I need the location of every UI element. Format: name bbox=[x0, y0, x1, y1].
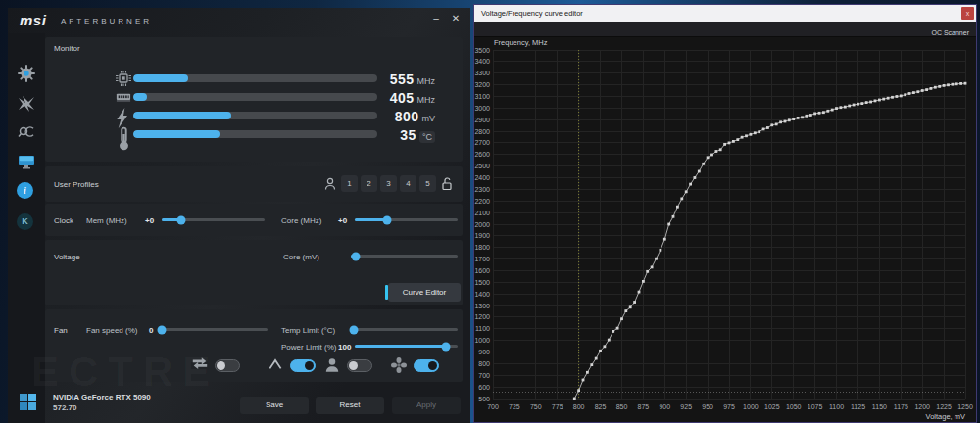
info-icon: i bbox=[17, 182, 33, 199]
temp-limit-slider[interactable] bbox=[351, 328, 458, 331]
desktop-background: msi AFTERBURNER – ✕ bbox=[0, 0, 980, 423]
svg-text:775: 775 bbox=[552, 403, 564, 410]
msi-logo: msi bbox=[20, 12, 46, 28]
fan-speed-slider-knob[interactable] bbox=[158, 325, 167, 334]
svg-text:Frequency, MHz: Frequency, MHz bbox=[494, 38, 548, 47]
svg-text:1150: 1150 bbox=[872, 403, 887, 410]
svg-text:1600: 1600 bbox=[474, 267, 490, 274]
user-toggle[interactable] bbox=[347, 359, 372, 372]
gpu-info: NVIDIA GeForce RTX 5090 572.70 bbox=[53, 393, 151, 412]
voltage-panel: Voltage Core (mV) Curve Editor bbox=[45, 240, 463, 306]
svg-text:1100: 1100 bbox=[475, 325, 490, 332]
fan-auto-toggle[interactable] bbox=[414, 359, 439, 372]
svg-text:1200: 1200 bbox=[914, 403, 930, 410]
curve-editor-button[interactable]: Curve Editor bbox=[388, 283, 461, 302]
profile-slot-3[interactable]: 3 bbox=[380, 175, 397, 192]
svg-text:1000: 1000 bbox=[474, 337, 490, 344]
memory-clock-unit: MHz bbox=[417, 95, 436, 105]
startup-caret-icon bbox=[267, 356, 284, 374]
voltage-title: Voltage bbox=[54, 253, 80, 261]
core-voltage-row: 800mV bbox=[45, 108, 463, 123]
svg-text:1100: 1100 bbox=[829, 403, 844, 410]
svg-text:3000: 3000 bbox=[474, 105, 490, 112]
fan-panel: Fan Fan speed (%) 0 Temp Limit (°C) Powe… bbox=[45, 309, 463, 382]
user-profiles-panel: User Profiles 1 2 3 4 5 bbox=[45, 166, 463, 202]
core-voltage-label: Core (mV) bbox=[283, 253, 319, 261]
svg-text:850: 850 bbox=[616, 403, 628, 410]
afterburner-titlebar: msi AFTERBURNER – ✕ bbox=[8, 8, 470, 33]
minimize-button[interactable]: – bbox=[427, 11, 445, 26]
svg-text:1125: 1125 bbox=[851, 403, 865, 410]
curve-editor-close-button[interactable]: x bbox=[961, 7, 974, 20]
mem-clock-slider[interactable] bbox=[162, 218, 265, 221]
svg-text:1800: 1800 bbox=[474, 244, 490, 251]
mem-clock-label: Mem (MHz) bbox=[86, 216, 127, 225]
svg-text:600: 600 bbox=[478, 384, 490, 391]
svg-text:1000: 1000 bbox=[743, 403, 759, 410]
svg-text:900: 900 bbox=[478, 349, 490, 355]
vf-curve-plot[interactable]: 7007257507758008258508759009259509751000… bbox=[474, 37, 976, 422]
monitor-icon bbox=[17, 152, 36, 171]
user-profiles-title: User Profiles bbox=[54, 180, 99, 189]
monitor-title: Monitor bbox=[54, 44, 80, 53]
profile-slot-2[interactable]: 2 bbox=[361, 175, 377, 192]
clock-panel: Clock Mem (MHz) +0 Core (MHz) +0 bbox=[45, 204, 463, 236]
mem-clock-slider-knob[interactable] bbox=[176, 215, 185, 224]
power-limit-slider[interactable] bbox=[355, 345, 458, 348]
svg-text:1900: 1900 bbox=[474, 232, 490, 239]
power-limit-label: Power Limit (%) bbox=[281, 343, 336, 352]
core-voltage-value: 800 bbox=[395, 109, 419, 124]
sync-toggle[interactable] bbox=[215, 359, 240, 372]
profile-slot-5[interactable]: 5 bbox=[419, 175, 436, 192]
fan-speed-slider[interactable] bbox=[159, 328, 268, 331]
core-clock-label: Core (MHz) bbox=[281, 216, 321, 225]
core-clock-offset-value: +0 bbox=[338, 216, 347, 225]
gpu-chip-icon bbox=[116, 70, 131, 86]
profile-slot-4[interactable]: 4 bbox=[400, 175, 416, 192]
temp-limit-slider-knob[interactable] bbox=[350, 325, 359, 334]
svg-text:925: 925 bbox=[680, 403, 692, 410]
save-button[interactable]: Save bbox=[240, 397, 309, 414]
svg-text:500: 500 bbox=[478, 396, 490, 402]
svg-text:1300: 1300 bbox=[474, 303, 490, 309]
close-button[interactable]: ✕ bbox=[447, 11, 465, 26]
sidebar-item-monitoring[interactable] bbox=[17, 152, 36, 171]
unlock-icon[interactable] bbox=[439, 176, 455, 192]
memory-clock-row: 405MHz bbox=[45, 89, 463, 105]
power-limit-slider-knob[interactable] bbox=[442, 342, 451, 351]
dragon-claw-icon bbox=[17, 94, 36, 114]
core-clock-slider[interactable] bbox=[355, 218, 458, 221]
user-icon bbox=[322, 176, 338, 192]
fan-speed-value: 0 bbox=[149, 326, 153, 335]
svg-text:1500: 1500 bbox=[474, 279, 490, 286]
gpu-temperature-value: 35 bbox=[400, 127, 416, 143]
fan-title: Fan bbox=[54, 326, 68, 335]
svg-text:750: 750 bbox=[530, 403, 542, 410]
mem-clock-value: +0 bbox=[145, 216, 154, 225]
core-clock-slider-knob[interactable] bbox=[382, 215, 391, 224]
apply-button[interactable]: Apply bbox=[392, 397, 461, 414]
core-clock-row: 555MHz bbox=[45, 70, 463, 86]
startup-toggle[interactable] bbox=[290, 359, 316, 372]
core-voltage-slider-knob[interactable] bbox=[352, 252, 361, 260]
vf-curve-chart[interactable]: 7007257507758008258508759009259509751000… bbox=[474, 37, 976, 422]
sidebar-item-game-mode[interactable] bbox=[17, 94, 36, 114]
svg-text:2000: 2000 bbox=[474, 221, 490, 228]
svg-text:1700: 1700 bbox=[474, 256, 490, 262]
lightning-icon bbox=[116, 108, 131, 123]
svg-text:1200: 1200 bbox=[474, 313, 490, 320]
sidebar-item-oc-scanner[interactable] bbox=[17, 122, 36, 142]
profile-slot-1[interactable]: 1 bbox=[341, 175, 358, 192]
reset-button[interactable]: Reset bbox=[316, 397, 384, 414]
sidebar-item-information[interactable]: i bbox=[17, 182, 36, 202]
svg-text:3500: 3500 bbox=[474, 47, 490, 54]
gpu-name: NVIDIA GeForce RTX 5090 bbox=[53, 393, 151, 401]
svg-text:875: 875 bbox=[638, 403, 650, 410]
svg-text:1050: 1050 bbox=[786, 403, 802, 410]
core-voltage-slider[interactable] bbox=[351, 255, 458, 258]
svg-text:1250: 1250 bbox=[957, 403, 973, 410]
svg-text:1025: 1025 bbox=[764, 403, 780, 410]
sidebar-item-kombustor[interactable]: K bbox=[17, 213, 36, 233]
curve-editor-window: Voltage/Frequency curve editor x OC Scan… bbox=[473, 4, 977, 423]
sidebar-item-settings[interactable] bbox=[17, 64, 36, 83]
